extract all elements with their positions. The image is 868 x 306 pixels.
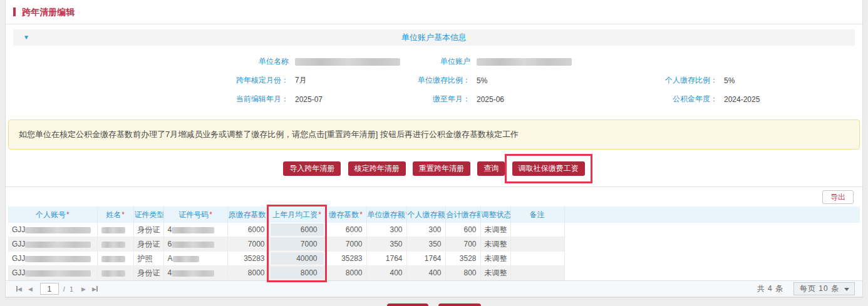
record-count-label: 共 4 条 bbox=[757, 283, 783, 294]
masked-name bbox=[101, 227, 125, 233]
col-avg-salary: 上年月均工资* bbox=[269, 207, 325, 223]
avg-salary-input[interactable]: 7000 bbox=[271, 238, 324, 250]
collapse-triangle-icon[interactable]: ▼ bbox=[23, 29, 29, 46]
page-size-select[interactable]: 每页 10 条 bbox=[793, 282, 855, 295]
save-button[interactable]: 保存 bbox=[438, 303, 481, 306]
table-row: GJJ 身份证 4 8000 8000 8000 400 400 800 未调整 bbox=[8, 266, 860, 280]
verify-list-button[interactable]: 核定跨年清册 bbox=[348, 161, 406, 176]
masked-account bbox=[25, 227, 91, 233]
masked-unit-account bbox=[477, 58, 572, 66]
prev-page-icon[interactable]: ◀ bbox=[28, 286, 33, 292]
last-page-icon[interactable]: ▶ bbox=[92, 286, 98, 292]
masked-account bbox=[25, 242, 91, 248]
table-row: GJJ 身份证 6 7000 7000 7000 350 350 700 未调整 bbox=[8, 237, 860, 252]
main-card: 跨年清册编辑 ▼ 单位账户基本信息 单位名称 单位账户 跨年核定月份： bbox=[5, 0, 863, 298]
current-edit-month-value: 2025-07 bbox=[295, 95, 323, 104]
chevron-down-icon bbox=[844, 288, 849, 291]
personal-ratio-label: 个人缴存比例： bbox=[630, 75, 718, 86]
import-list-button[interactable]: 导入跨年清册 bbox=[283, 161, 341, 176]
masked-name bbox=[101, 242, 125, 248]
notice-banner: 如您单位在核定公积金缴存基数前办理了7月增减员业务或调整了缴存比例，请您点击[重… bbox=[8, 120, 860, 150]
col-base: 缴存基数* bbox=[325, 207, 366, 223]
col-account: 个人账号* bbox=[8, 207, 97, 223]
cross-year-table: 个人账号* 姓名* 证件类型* 证件号码* 原缴存基数* 上年月均工资* 缴存基… bbox=[8, 207, 860, 280]
masked-id bbox=[172, 270, 214, 277]
query-button[interactable]: 查询 bbox=[477, 161, 505, 176]
paid-to-month-value: 2025-06 bbox=[477, 95, 504, 104]
page-number-input[interactable]: 1 bbox=[40, 283, 59, 295]
avg-salary-input[interactable]: 40000 bbox=[271, 252, 324, 265]
masked-unit-name bbox=[295, 58, 400, 66]
verify-month-value: 7月 bbox=[295, 75, 307, 86]
unit-info-panel-header: ▼ 单位账户基本信息 bbox=[13, 29, 855, 46]
export-button[interactable]: 导出 bbox=[822, 190, 854, 204]
masked-account bbox=[25, 256, 91, 262]
personal-ratio-value: 5% bbox=[724, 76, 735, 85]
col-prev-base: 原缴存基数* bbox=[227, 207, 269, 223]
next-page-icon[interactable]: ▶ bbox=[81, 286, 86, 292]
unit-name-value bbox=[295, 58, 400, 66]
table-row: GJJ 护照 A 35283 40000 35283 1764 1764 352… bbox=[8, 252, 860, 266]
masked-id bbox=[172, 242, 214, 248]
fund-year-label: 公积金年度： bbox=[630, 94, 718, 105]
fetch-social-salary-button[interactable]: 调取社保缴费工资 bbox=[512, 161, 585, 176]
avg-salary-input[interactable]: 8000 bbox=[271, 267, 324, 279]
col-filler bbox=[564, 207, 860, 223]
page-title-row: 跨年清册编辑 bbox=[6, 0, 862, 24]
col-cert-number: 证件号码* bbox=[163, 207, 227, 223]
reset-list-button[interactable]: 重置跨年清册 bbox=[413, 161, 470, 176]
unit-info-panel: ▼ 单位账户基本信息 单位名称 单位账户 跨年核定月份： 7月 bbox=[13, 29, 855, 113]
pagination-bar: ◀ ◀ 1 / 1 ▶ ▶ 共 4 条 每页 10 条 bbox=[6, 280, 862, 297]
col-total-amount: 合计缴存额* bbox=[445, 207, 480, 223]
unit-info-panel-title: 单位账户基本信息 bbox=[401, 33, 467, 42]
footer-bar: ◀◀返回 保存 bbox=[0, 298, 868, 306]
col-adjust-status: 调整状态* bbox=[480, 207, 510, 223]
col-remark: 备注 bbox=[510, 207, 564, 223]
unit-ratio-label: 单位缴存比例： bbox=[389, 75, 470, 86]
first-page-icon[interactable]: ◀ bbox=[16, 286, 22, 292]
unit-ratio-value: 5% bbox=[477, 76, 487, 85]
fetch-social-annotation-wrap: 调取社保缴费工资 bbox=[510, 161, 587, 176]
back-button[interactable]: ◀◀返回 bbox=[387, 303, 428, 306]
masked-id bbox=[173, 256, 199, 262]
col-cert-type: 证件类型* bbox=[133, 207, 163, 223]
table-row: GJJ 身份证 4 6000 6000 6000 300 300 600 未调整 bbox=[8, 223, 860, 237]
title-accent-bar bbox=[13, 8, 16, 16]
grid-toolbar: 导出 bbox=[6, 187, 862, 207]
col-unit-amount: 单位缴存额* bbox=[366, 207, 406, 223]
masked-name bbox=[101, 256, 125, 262]
current-edit-month-label: 当前编辑年月： bbox=[13, 94, 289, 105]
col-personal-amount: 个人缴存额* bbox=[406, 207, 445, 223]
table-wrap: 个人账号* 姓名* 证件类型* 证件号码* 原缴存基数* 上年月均工资* 缴存基… bbox=[8, 207, 860, 280]
page-total-label: / 1 bbox=[63, 285, 75, 293]
unit-account-value bbox=[477, 58, 572, 66]
table-header-row: 个人账号* 姓名* 证件类型* 证件号码* 原缴存基数* 上年月均工资* 缴存基… bbox=[8, 207, 860, 223]
action-button-row: 导入跨年清册 核定跨年清册 重置跨年清册 查询 调取社保缴费工资 bbox=[6, 150, 862, 187]
verify-month-label: 跨年核定月份： bbox=[13, 75, 289, 86]
unit-name-label: 单位名称 bbox=[13, 56, 289, 67]
masked-id bbox=[172, 227, 214, 233]
avg-salary-input[interactable]: 6000 bbox=[271, 223, 324, 236]
masked-account bbox=[25, 270, 91, 277]
unit-info-panel-body: 单位名称 单位账户 跨年核定月份： 7月 单位缴存比例： 5% bbox=[13, 46, 855, 113]
masked-name bbox=[101, 270, 125, 277]
paid-to-month-label: 缴至年月： bbox=[389, 94, 470, 105]
fund-year-value: 2024-2025 bbox=[724, 95, 760, 104]
unit-account-label: 单位账户 bbox=[389, 56, 470, 67]
page-title: 跨年清册编辑 bbox=[22, 7, 75, 17]
col-name: 姓名* bbox=[97, 207, 133, 223]
